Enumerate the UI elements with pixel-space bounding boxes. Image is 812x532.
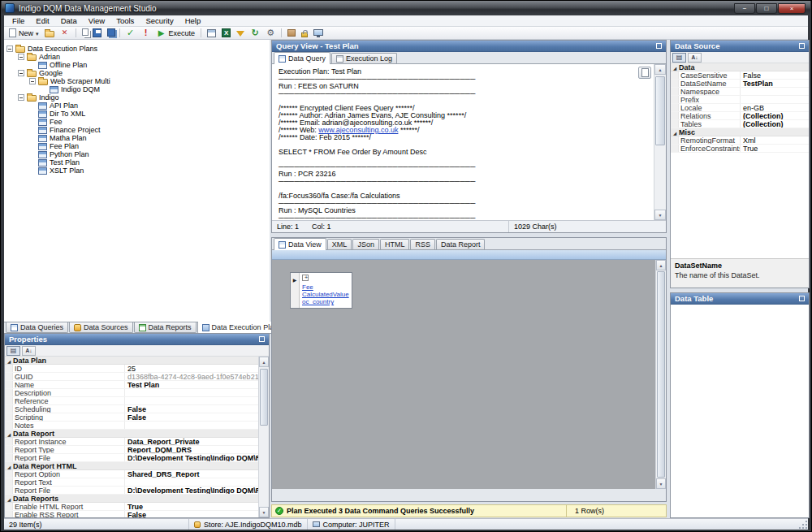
tree-node-offline-plan[interactable]: Offline Plan	[4, 61, 270, 69]
property-value[interactable]: (Collection)	[741, 112, 809, 119]
categorized-view-button[interactable]	[6, 346, 20, 356]
property-id[interactable]: ID25	[5, 365, 258, 373]
property-scripting[interactable]: ScriptingFalse	[5, 413, 258, 422]
tab-data-report[interactable]: Data Report	[436, 239, 486, 249]
property-report-option[interactable]: Report OptionShared_DRS_Report	[5, 470, 258, 478]
category-data[interactable]: Data	[671, 63, 809, 71]
excel-export-button[interactable]	[219, 28, 233, 39]
tree-node-web-scraper-multi[interactable]: Web Scraper Multi	[4, 77, 270, 85]
property-value[interactable]	[125, 397, 258, 404]
pin-icon[interactable]	[799, 296, 805, 301]
menu-file[interactable]: File	[6, 15, 30, 26]
result-grid[interactable]: FeeCalculatedValueoc_country	[290, 272, 352, 309]
property-report-text[interactable]: Report Text	[5, 478, 258, 487]
scroll-up-icon[interactable]	[259, 357, 269, 367]
categorized-view-button[interactable]	[672, 53, 686, 63]
scroll-up-icon[interactable]	[654, 64, 666, 75]
property-value[interactable]: False	[125, 405, 258, 413]
tree-node-fee[interactable]: Fee	[4, 118, 270, 126]
property-enforceconstraints[interactable]: EnforceConstraintsTrue	[671, 145, 809, 153]
property-prefix[interactable]: Prefix	[671, 96, 809, 104]
row-header[interactable]	[291, 273, 300, 308]
export-query-button[interactable]	[638, 67, 651, 79]
property-value[interactable]	[741, 88, 809, 95]
tree-node-indigo-dqm[interactable]: Indigo DQM	[4, 85, 270, 93]
menu-edit[interactable]: Edit	[30, 15, 54, 26]
property-value[interactable]: True	[125, 503, 258, 510]
property-locale[interactable]: Localeen-GB	[671, 104, 809, 112]
property-value[interactable]: False	[741, 71, 809, 79]
tab-data-sources[interactable]: Data Sources	[69, 322, 133, 333]
save-all-button[interactable]	[105, 28, 116, 39]
property-report-file[interactable]: Report FileD:\Development Testing\Indigo…	[5, 487, 258, 495]
property-value[interactable]: False	[125, 413, 258, 421]
tree-node-indigo[interactable]: Indigo	[4, 93, 270, 102]
result-link-fee[interactable]: Fee	[302, 283, 349, 291]
property-value[interactable]: Report_DQM_DRS	[125, 446, 258, 453]
tree-node-xslt-plan[interactable]: XSLT Plan	[4, 167, 270, 175]
computer-button[interactable]	[311, 28, 326, 39]
tree-node-finance-project[interactable]: Finance Project	[4, 126, 270, 134]
category-data-report[interactable]: Data Report	[5, 430, 258, 438]
property-value[interactable]	[125, 422, 258, 429]
collapse-icon[interactable]	[18, 94, 24, 101]
data-view-scrollbar[interactable]	[655, 260, 666, 489]
category-data-report-html[interactable]: Data Report HTML	[5, 462, 258, 470]
tree-node-test-plan[interactable]: Test Plan	[4, 158, 270, 167]
property-datasetname[interactable]: DataSetNameTestPlan	[671, 80, 809, 88]
validate-button[interactable]	[123, 28, 138, 39]
category-misc[interactable]: Misc	[671, 128, 809, 136]
tab-data-view[interactable]: Data View	[274, 238, 326, 250]
tab-html[interactable]: HTML	[380, 239, 410, 249]
collapse-icon[interactable]	[18, 70, 24, 76]
debug-button[interactable]	[139, 28, 153, 39]
tree-node-adrian[interactable]: Adrian	[4, 53, 270, 61]
data-grid-button[interactable]	[205, 28, 218, 39]
close-button[interactable]: ×	[778, 3, 806, 14]
result-link-oc-country[interactable]: oc_country	[302, 298, 349, 305]
filter-button[interactable]	[234, 28, 247, 39]
security-button[interactable]	[299, 28, 310, 39]
menu-help[interactable]: Help	[179, 15, 207, 26]
property-description[interactable]: Description	[5, 389, 258, 397]
property-value[interactable]	[125, 478, 258, 486]
new-button[interactable]: New	[6, 28, 41, 39]
menu-security[interactable]: Security	[140, 15, 179, 26]
property-value[interactable]: (Collection)	[741, 120, 809, 128]
property-report-instance[interactable]: Report InstanceData_Report_Private	[5, 438, 258, 446]
property-scheduling[interactable]: SchedulingFalse	[5, 405, 258, 413]
collapse-icon[interactable]	[6, 45, 13, 52]
property-report-file[interactable]: Report FileD:\Development Testing\Indigo…	[5, 454, 258, 462]
pin-icon[interactable]	[799, 43, 805, 49]
scroll-up-icon[interactable]	[656, 260, 666, 270]
property-value[interactable]: D:\Development Testing\Indigo DQM\Report…	[125, 454, 258, 461]
menu-view[interactable]: View	[83, 15, 110, 26]
execute-button[interactable]: Execute	[154, 28, 198, 39]
property-value[interactable]: Xml	[741, 136, 809, 144]
collapse-icon[interactable]	[29, 78, 36, 84]
scroll-thumb[interactable]	[260, 369, 268, 426]
minimize-button[interactable]: −	[734, 3, 755, 14]
tree-node-matha-plan[interactable]: Matha Plan	[4, 134, 270, 142]
tree-node-fee-plan[interactable]: Fee Plan	[4, 142, 270, 150]
tab-data-queries[interactable]: Data Queries	[6, 322, 68, 333]
settings-button[interactable]	[263, 28, 278, 39]
alphabetical-sort-button[interactable]	[688, 53, 702, 63]
collapse-icon[interactable]	[18, 54, 24, 60]
title-bar[interactable]: Indigo DQM Data Management Studio − □ ×	[2, 1, 810, 15]
scroll-down-icon[interactable]	[654, 210, 666, 220]
refresh-button[interactable]	[248, 28, 262, 39]
property-value[interactable]: d1368fba-4274-42c8-9aed-1f0e574eb21e	[125, 373, 258, 380]
package-button[interactable]	[285, 28, 298, 39]
copy-button[interactable]	[80, 28, 89, 39]
property-value[interactable]: D:\Development Testing\Indigo DQM\Report…	[125, 487, 258, 494]
web-link[interactable]: www.ajeconsulting.co.uk	[318, 126, 398, 134]
property-name[interactable]: NameTest Plan	[5, 381, 258, 389]
menu-tools[interactable]: Tools	[110, 15, 140, 26]
tab-execution-log[interactable]: Execution Log	[331, 53, 397, 63]
property-value[interactable]	[741, 96, 809, 103]
pin-icon[interactable]	[656, 43, 662, 49]
property-value[interactable]: en-GB	[741, 104, 809, 111]
menu-data[interactable]: Data	[55, 15, 83, 26]
delete-button[interactable]	[58, 28, 72, 39]
